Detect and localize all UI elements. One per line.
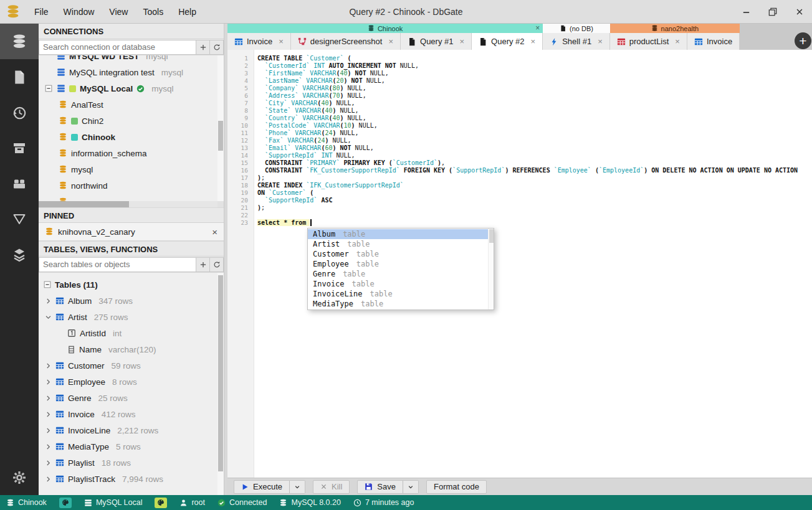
suggestion-name: Genre [313,270,335,278]
kill-button[interactable]: Kill [313,480,350,494]
format-code-button[interactable]: Format code [426,480,487,494]
tab-group-header[interactable]: Chinook × [227,24,543,33]
execute-dropdown-button[interactable] [290,480,305,494]
status-color-chip[interactable] [59,498,72,508]
tab-group-header[interactable]: (no DB) [543,24,610,33]
rail-database[interactable] [0,24,39,59]
tab-productlist[interactable]: productList × [610,33,687,50]
new-tab-button[interactable]: + [795,32,811,49]
table-item-album[interactable]: Album 347 rows [39,293,224,309]
table-item-invoice[interactable]: Invoice 412 rows [39,406,224,422]
autocomplete-item-album[interactable]: Album table [308,229,494,239]
check-badge-icon [136,85,145,93]
tab-shell-1[interactable]: Shell #1 × [543,33,610,50]
save-button[interactable]: Save [357,480,403,494]
connection-item-mysql-local[interactable]: MySQL Localmysql [39,80,224,97]
table-item-employee[interactable]: Employee 8 rows [39,374,224,390]
menu-file[interactable]: File [34,7,49,17]
tab-close-icon[interactable]: × [598,37,603,46]
table-item-artist[interactable]: Artist 275 rows [39,309,224,325]
autocomplete-item-invoice[interactable]: Invoice table [308,279,494,289]
history-icon [11,105,27,121]
save-dropdown-button[interactable] [403,480,419,494]
tab-query-1[interactable]: Query #1 × [401,33,472,50]
autocomplete-scrollbar[interactable] [488,229,494,309]
group-close-icon[interactable]: × [535,24,540,32]
connection-item-chinook[interactable]: Chinook [39,129,224,145]
sql-editor[interactable]: 1 CREATE TABLE `Customer` ( 2 `CustomerI… [227,50,812,478]
rail-book[interactable] [0,166,39,201]
autocomplete-item-employee[interactable]: Employee table [308,259,494,269]
connection-item-chin2[interactable]: Chin2 [39,113,224,129]
tab-close-icon[interactable]: × [675,37,680,46]
status-mysql-local[interactable]: MySQL Local [84,498,143,507]
table-name: Customer [68,361,105,371]
table-item-genre[interactable]: Genre 25 rows [39,390,224,406]
status-7-minutes-ago[interactable]: 7 minutes ago [353,498,414,507]
menu-window[interactable]: Window [64,7,95,17]
status-root[interactable]: root [179,498,205,507]
tables-search-input[interactable] [39,257,196,272]
tab-invoice[interactable]: Invoice × [227,33,291,50]
tab-close-icon[interactable]: × [460,37,465,46]
table-item-playlist[interactable]: Playlist 18 rows [39,455,224,471]
connection-item-information-schema[interactable]: information_schema [39,145,224,161]
pinned-item-knihovna-v2-canary[interactable]: knihovna_v2_canary × [39,223,224,241]
tab-close-icon[interactable]: × [279,37,284,46]
column-item-name[interactable]: Name varchar(120) [39,341,224,357]
rail-layers[interactable] [0,237,39,272]
tab-designerscreenshot[interactable]: designerScreenshot × [291,33,401,50]
autocomplete-item-mediatype[interactable]: MediaType table [308,299,494,309]
connection-item-mysql[interactable]: mysql [39,161,224,177]
tab-label: Shell #1 [562,37,591,46]
connection-item-analtest[interactable]: AnalTest [39,97,224,113]
status-chinook[interactable]: Chinook [6,498,47,507]
status-connected[interactable]: Connected [217,498,267,507]
status-mysql-8-0-20[interactable]: MySQL 8.0.20 [279,498,340,507]
restore-button[interactable] [768,7,778,17]
rail-file[interactable] [0,59,39,95]
execute-button[interactable]: Execute [234,480,290,494]
status-color-chip[interactable] [155,498,167,508]
autocomplete-item-customer[interactable]: Customer table [308,249,494,259]
suggestion-kind: table [343,270,365,278]
rail-gear[interactable] [0,460,39,495]
connections-horizontal-scrollbar[interactable] [39,201,217,207]
rail-funnel[interactable] [0,201,39,237]
connection-item-mysql-integration-test[interactable]: MySQL integration testmysql [39,64,224,80]
connections-search-input[interactable] [39,40,196,55]
table-item-customer[interactable]: Customer 59 rows [39,357,224,374]
tables-root[interactable]: Tables (11) [39,276,224,293]
table-item-playlisttrack[interactable]: PlaylistTrack 7,994 rows [39,471,224,487]
tab-query-2[interactable]: Query #2 × [472,33,543,50]
tab-invoice[interactable]: Invoice [687,33,740,50]
refresh-tables-button[interactable] [210,257,224,272]
column-item-artistid[interactable]: ArtistId int [39,325,224,341]
unpin-close-icon[interactable]: × [212,227,217,237]
tab-close-icon[interactable]: × [531,37,536,46]
tables-vertical-scrollbar[interactable] [217,273,224,495]
table-item-invoiceline[interactable]: InvoiceLine 2,212 rows [39,422,224,438]
autocomplete-item-invoiceline[interactable]: InvoiceLine table [308,289,494,299]
rail-archive[interactable] [0,130,39,166]
rail-history[interactable] [0,95,39,130]
table-item-mediatype[interactable]: MediaType 5 rows [39,438,224,455]
tab-close-icon[interactable]: × [388,37,393,46]
menu-view[interactable]: View [109,7,128,17]
line-number: 5 [227,85,254,92]
tab-group-header[interactable]: nano2health [610,24,740,33]
minimize-button[interactable] [741,7,751,17]
close-button[interactable] [795,7,805,17]
add-table-button[interactable] [196,257,210,272]
autocomplete-item-genre[interactable]: Genre table [308,269,494,279]
add-connection-button[interactable] [196,40,210,55]
connection-item-mysql-wd-test[interactable]: MYSQL WD TESTmysql [39,55,224,64]
autocomplete-item-artist[interactable]: Artist table [308,239,494,249]
connection-item-northwind[interactable]: northwind [39,177,224,194]
menu-help[interactable]: Help [178,7,196,17]
refresh-connections-button[interactable] [210,40,224,55]
row-count: 59 rows [112,361,141,371]
menu-tools[interactable]: Tools [143,7,163,17]
status-label: root [191,498,205,507]
connections-vertical-scrollbar[interactable] [217,55,224,201]
